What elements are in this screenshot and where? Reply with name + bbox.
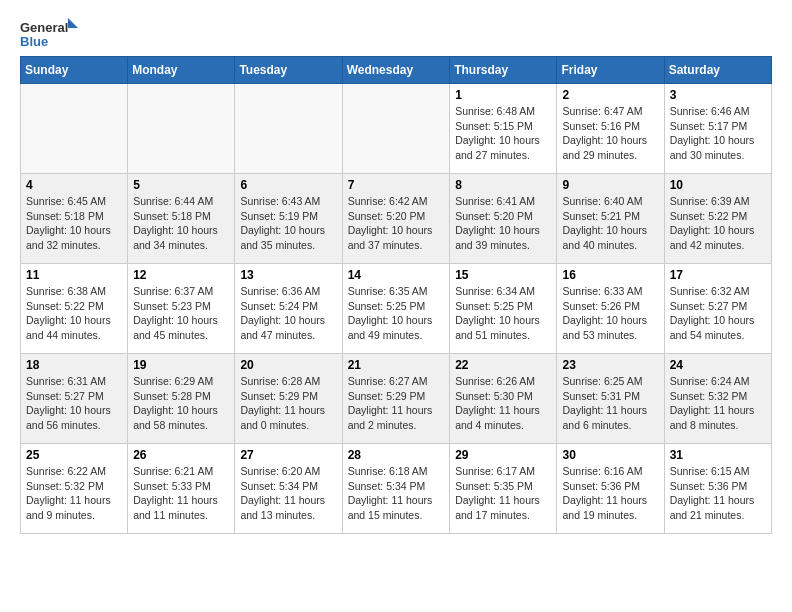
calendar-cell: 8Sunrise: 6:41 AMSunset: 5:20 PMDaylight… bbox=[450, 174, 557, 264]
calendar-week-2: 4Sunrise: 6:45 AMSunset: 5:18 PMDaylight… bbox=[21, 174, 772, 264]
day-number: 2 bbox=[562, 88, 658, 102]
day-info: Sunrise: 6:39 AMSunset: 5:22 PMDaylight:… bbox=[670, 194, 766, 253]
day-number: 6 bbox=[240, 178, 336, 192]
day-number: 5 bbox=[133, 178, 229, 192]
calendar-week-3: 11Sunrise: 6:38 AMSunset: 5:22 PMDayligh… bbox=[21, 264, 772, 354]
day-header-monday: Monday bbox=[128, 57, 235, 84]
day-number: 14 bbox=[348, 268, 445, 282]
calendar-cell: 1Sunrise: 6:48 AMSunset: 5:15 PMDaylight… bbox=[450, 84, 557, 174]
day-number: 12 bbox=[133, 268, 229, 282]
day-number: 16 bbox=[562, 268, 658, 282]
day-header-tuesday: Tuesday bbox=[235, 57, 342, 84]
day-info: Sunrise: 6:27 AMSunset: 5:29 PMDaylight:… bbox=[348, 374, 445, 433]
day-info: Sunrise: 6:42 AMSunset: 5:20 PMDaylight:… bbox=[348, 194, 445, 253]
calendar-cell: 17Sunrise: 6:32 AMSunset: 5:27 PMDayligh… bbox=[664, 264, 771, 354]
svg-text:Blue: Blue bbox=[20, 34, 48, 49]
calendar-cell: 13Sunrise: 6:36 AMSunset: 5:24 PMDayligh… bbox=[235, 264, 342, 354]
day-number: 28 bbox=[348, 448, 445, 462]
day-number: 9 bbox=[562, 178, 658, 192]
calendar-cell: 10Sunrise: 6:39 AMSunset: 5:22 PMDayligh… bbox=[664, 174, 771, 264]
day-number: 22 bbox=[455, 358, 551, 372]
calendar-cell: 4Sunrise: 6:45 AMSunset: 5:18 PMDaylight… bbox=[21, 174, 128, 264]
calendar-week-5: 25Sunrise: 6:22 AMSunset: 5:32 PMDayligh… bbox=[21, 444, 772, 534]
day-number: 19 bbox=[133, 358, 229, 372]
day-info: Sunrise: 6:47 AMSunset: 5:16 PMDaylight:… bbox=[562, 104, 658, 163]
calendar-cell: 28Sunrise: 6:18 AMSunset: 5:34 PMDayligh… bbox=[342, 444, 450, 534]
day-info: Sunrise: 6:38 AMSunset: 5:22 PMDaylight:… bbox=[26, 284, 122, 343]
day-number: 23 bbox=[562, 358, 658, 372]
day-number: 24 bbox=[670, 358, 766, 372]
calendar-cell: 11Sunrise: 6:38 AMSunset: 5:22 PMDayligh… bbox=[21, 264, 128, 354]
calendar-cell: 19Sunrise: 6:29 AMSunset: 5:28 PMDayligh… bbox=[128, 354, 235, 444]
day-number: 1 bbox=[455, 88, 551, 102]
day-info: Sunrise: 6:18 AMSunset: 5:34 PMDaylight:… bbox=[348, 464, 445, 523]
day-info: Sunrise: 6:21 AMSunset: 5:33 PMDaylight:… bbox=[133, 464, 229, 523]
calendar-cell: 6Sunrise: 6:43 AMSunset: 5:19 PMDaylight… bbox=[235, 174, 342, 264]
calendar-cell: 18Sunrise: 6:31 AMSunset: 5:27 PMDayligh… bbox=[21, 354, 128, 444]
day-number: 4 bbox=[26, 178, 122, 192]
calendar-cell: 20Sunrise: 6:28 AMSunset: 5:29 PMDayligh… bbox=[235, 354, 342, 444]
day-info: Sunrise: 6:34 AMSunset: 5:25 PMDaylight:… bbox=[455, 284, 551, 343]
calendar-cell: 12Sunrise: 6:37 AMSunset: 5:23 PMDayligh… bbox=[128, 264, 235, 354]
day-header-saturday: Saturday bbox=[664, 57, 771, 84]
day-number: 13 bbox=[240, 268, 336, 282]
day-info: Sunrise: 6:17 AMSunset: 5:35 PMDaylight:… bbox=[455, 464, 551, 523]
logo-svg: GeneralBlue bbox=[20, 16, 80, 52]
calendar-cell: 9Sunrise: 6:40 AMSunset: 5:21 PMDaylight… bbox=[557, 174, 664, 264]
calendar-cell bbox=[235, 84, 342, 174]
calendar-cell: 26Sunrise: 6:21 AMSunset: 5:33 PMDayligh… bbox=[128, 444, 235, 534]
day-info: Sunrise: 6:15 AMSunset: 5:36 PMDaylight:… bbox=[670, 464, 766, 523]
calendar-cell: 31Sunrise: 6:15 AMSunset: 5:36 PMDayligh… bbox=[664, 444, 771, 534]
calendar-cell: 27Sunrise: 6:20 AMSunset: 5:34 PMDayligh… bbox=[235, 444, 342, 534]
day-number: 21 bbox=[348, 358, 445, 372]
calendar-cell: 16Sunrise: 6:33 AMSunset: 5:26 PMDayligh… bbox=[557, 264, 664, 354]
day-info: Sunrise: 6:41 AMSunset: 5:20 PMDaylight:… bbox=[455, 194, 551, 253]
day-number: 25 bbox=[26, 448, 122, 462]
day-header-sunday: Sunday bbox=[21, 57, 128, 84]
day-number: 29 bbox=[455, 448, 551, 462]
day-info: Sunrise: 6:37 AMSunset: 5:23 PMDaylight:… bbox=[133, 284, 229, 343]
svg-marker-2 bbox=[68, 18, 78, 28]
day-header-wednesday: Wednesday bbox=[342, 57, 450, 84]
day-info: Sunrise: 6:16 AMSunset: 5:36 PMDaylight:… bbox=[562, 464, 658, 523]
calendar-cell: 24Sunrise: 6:24 AMSunset: 5:32 PMDayligh… bbox=[664, 354, 771, 444]
day-info: Sunrise: 6:31 AMSunset: 5:27 PMDaylight:… bbox=[26, 374, 122, 433]
calendar-cell: 2Sunrise: 6:47 AMSunset: 5:16 PMDaylight… bbox=[557, 84, 664, 174]
day-header-thursday: Thursday bbox=[450, 57, 557, 84]
day-number: 30 bbox=[562, 448, 658, 462]
day-number: 15 bbox=[455, 268, 551, 282]
logo: GeneralBlue bbox=[20, 16, 80, 52]
day-number: 7 bbox=[348, 178, 445, 192]
day-number: 31 bbox=[670, 448, 766, 462]
calendar-cell: 7Sunrise: 6:42 AMSunset: 5:20 PMDaylight… bbox=[342, 174, 450, 264]
day-info: Sunrise: 6:26 AMSunset: 5:30 PMDaylight:… bbox=[455, 374, 551, 433]
day-info: Sunrise: 6:28 AMSunset: 5:29 PMDaylight:… bbox=[240, 374, 336, 433]
day-number: 18 bbox=[26, 358, 122, 372]
calendar-table: SundayMondayTuesdayWednesdayThursdayFrid… bbox=[20, 56, 772, 534]
day-number: 27 bbox=[240, 448, 336, 462]
day-number: 8 bbox=[455, 178, 551, 192]
day-info: Sunrise: 6:43 AMSunset: 5:19 PMDaylight:… bbox=[240, 194, 336, 253]
day-number: 26 bbox=[133, 448, 229, 462]
calendar-cell bbox=[21, 84, 128, 174]
day-info: Sunrise: 6:48 AMSunset: 5:15 PMDaylight:… bbox=[455, 104, 551, 163]
day-info: Sunrise: 6:24 AMSunset: 5:32 PMDaylight:… bbox=[670, 374, 766, 433]
calendar-cell: 25Sunrise: 6:22 AMSunset: 5:32 PMDayligh… bbox=[21, 444, 128, 534]
calendar-header-row: SundayMondayTuesdayWednesdayThursdayFrid… bbox=[21, 57, 772, 84]
day-info: Sunrise: 6:44 AMSunset: 5:18 PMDaylight:… bbox=[133, 194, 229, 253]
header: GeneralBlue bbox=[20, 16, 772, 52]
calendar-cell: 29Sunrise: 6:17 AMSunset: 5:35 PMDayligh… bbox=[450, 444, 557, 534]
day-info: Sunrise: 6:45 AMSunset: 5:18 PMDaylight:… bbox=[26, 194, 122, 253]
calendar-cell: 3Sunrise: 6:46 AMSunset: 5:17 PMDaylight… bbox=[664, 84, 771, 174]
calendar-cell: 21Sunrise: 6:27 AMSunset: 5:29 PMDayligh… bbox=[342, 354, 450, 444]
calendar-cell: 14Sunrise: 6:35 AMSunset: 5:25 PMDayligh… bbox=[342, 264, 450, 354]
day-info: Sunrise: 6:20 AMSunset: 5:34 PMDaylight:… bbox=[240, 464, 336, 523]
calendar-cell: 23Sunrise: 6:25 AMSunset: 5:31 PMDayligh… bbox=[557, 354, 664, 444]
day-number: 17 bbox=[670, 268, 766, 282]
day-info: Sunrise: 6:33 AMSunset: 5:26 PMDaylight:… bbox=[562, 284, 658, 343]
day-info: Sunrise: 6:35 AMSunset: 5:25 PMDaylight:… bbox=[348, 284, 445, 343]
day-info: Sunrise: 6:25 AMSunset: 5:31 PMDaylight:… bbox=[562, 374, 658, 433]
day-number: 20 bbox=[240, 358, 336, 372]
calendar-cell: 30Sunrise: 6:16 AMSunset: 5:36 PMDayligh… bbox=[557, 444, 664, 534]
svg-text:General: General bbox=[20, 20, 68, 35]
